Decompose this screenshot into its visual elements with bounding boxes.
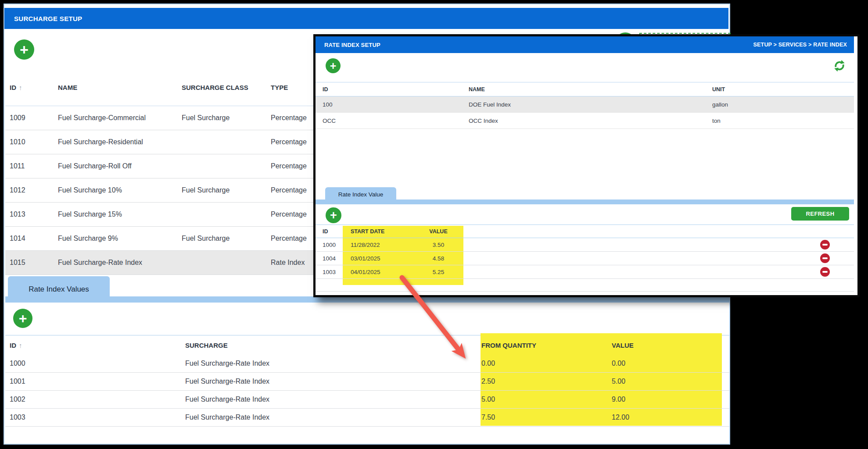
delete-icon[interactable] (820, 240, 830, 249)
add-rate-index-value-button[interactable]: + (13, 309, 32, 328)
column-header-from-quantity: FROM QUANTITY (481, 342, 612, 349)
delete-icon[interactable] (820, 267, 830, 277)
column-header-surcharge: SURCHARGE (185, 342, 481, 349)
plus-icon: + (20, 42, 29, 57)
column-header-id[interactable]: ID (323, 86, 469, 93)
table-row[interactable]: OCC OCC Index ton (316, 113, 854, 129)
plus-icon: + (19, 311, 27, 325)
page-title: RATE INDEX SETUP (324, 42, 380, 48)
row-divider (316, 291, 854, 292)
rate-index-titlebar: RATE INDEX SETUP SETUP > SERVICES > RATE… (316, 36, 854, 53)
surcharge-setup-titlebar: SURCHARGE SETUP (4, 8, 728, 29)
column-header-id[interactable]: ID↑ (10, 84, 58, 91)
table-row[interactable]: 1004 03/01/2025 4.58 (316, 252, 854, 265)
tab-strip (5, 296, 729, 303)
add-value-button[interactable]: + (326, 207, 341, 223)
add-surcharge-button[interactable]: + (14, 39, 34, 60)
plus-icon: + (330, 61, 337, 71)
plus-icon: + (330, 210, 337, 221)
value-table-header: ID START DATE VALUE (316, 224, 854, 238)
column-header-id[interactable]: ID (323, 228, 351, 235)
column-header-start-date: START DATE (351, 228, 414, 235)
column-header-surcharge-class: SURCHARGE CLASS (182, 84, 271, 91)
column-header-id[interactable]: ID↑ (10, 342, 185, 349)
table-row[interactable]: 1003 04/01/2025 5.25 (316, 265, 854, 279)
table-row[interactable]: 1000 11/28/2022 3.50 (316, 238, 854, 252)
breadcrumb[interactable]: SETUP > SERVICES > RATE INDEX (753, 42, 847, 48)
rate-index-setup-window: RATE INDEX SETUP SETUP > SERVICES > RATE… (313, 34, 860, 297)
table-row[interactable]: 1003 Fuel Surcharge-Rate Index 7.50 12.0… (5, 409, 729, 427)
column-header-name: NAME (58, 84, 182, 91)
table-row[interactable]: 1002 Fuel Surcharge-Rate Index 5.00 9.00 (5, 391, 729, 409)
rate-index-values-table: ID↑ SURCHARGE FROM QUANTITY VALUE 1000 F… (5, 335, 729, 427)
delete-icon[interactable] (820, 253, 830, 263)
add-rate-index-button[interactable]: + (326, 58, 341, 73)
tab-strip (316, 200, 854, 204)
page-title: SURCHARGE SETUP (14, 15, 82, 22)
table-row[interactable]: 1001 Fuel Surcharge-Rate Index 2.50 5.00 (5, 373, 729, 391)
refresh-icon[interactable] (833, 59, 846, 72)
rate-index-table-header: ID NAME UNIT (316, 82, 854, 96)
sort-ascending-icon: ↑ (19, 84, 22, 91)
column-header-value: VALUE (612, 342, 729, 349)
column-header-unit: UNIT (712, 86, 854, 93)
refresh-button[interactable]: REFRESH (791, 207, 849, 221)
screenshot-canvas: SURCHARGE SETUP + ID↑ NAME SURCHARGE CLA… (0, 0, 868, 449)
sort-ascending-icon: ↑ (19, 342, 22, 349)
column-header-value: VALUE (414, 228, 463, 235)
values-table-header: ID↑ SURCHARGE FROM QUANTITY VALUE (5, 335, 729, 355)
column-header-name: NAME (469, 86, 712, 93)
table-row[interactable]: 1000 Fuel Surcharge-Rate Index 0.00 0.00 (5, 355, 729, 373)
table-row-selected[interactable]: 100 DOE Fuel Index gallon (316, 96, 854, 113)
